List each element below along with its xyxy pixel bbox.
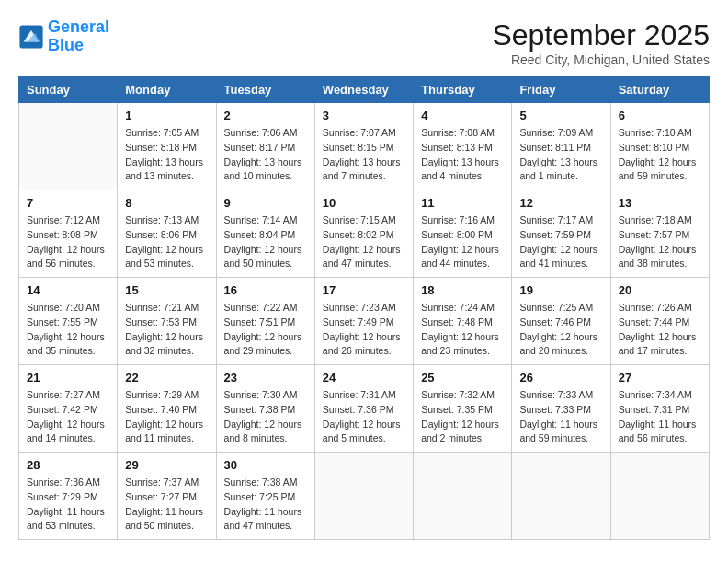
calendar-cell: 9Sunrise: 7:14 AM Sunset: 8:04 PM Daylig… bbox=[216, 190, 314, 278]
calendar-cell: 29Sunrise: 7:37 AM Sunset: 7:27 PM Dayli… bbox=[118, 453, 216, 540]
weekday-header: Saturday bbox=[610, 77, 709, 103]
calendar-cell: 30Sunrise: 7:38 AM Sunset: 7:25 PM Dayli… bbox=[216, 453, 314, 540]
day-number: 24 bbox=[323, 371, 405, 385]
logo: General Blue bbox=[18, 18, 109, 55]
day-number: 4 bbox=[421, 109, 504, 122]
calendar-cell: 6Sunrise: 7:10 AM Sunset: 8:10 PM Daylig… bbox=[610, 103, 709, 190]
day-number: 9 bbox=[224, 196, 307, 210]
calendar-cell bbox=[19, 103, 118, 190]
day-number: 10 bbox=[323, 196, 405, 210]
logo-icon bbox=[18, 24, 44, 50]
day-number: 21 bbox=[27, 371, 109, 385]
month-title: September 2025 bbox=[492, 18, 710, 52]
day-number: 2 bbox=[224, 109, 307, 122]
location: Reed City, Michigan, United States bbox=[492, 52, 710, 67]
day-info: Sunrise: 7:30 AM Sunset: 7:38 PM Dayligh… bbox=[224, 388, 307, 446]
calendar-cell: 7Sunrise: 7:12 AM Sunset: 8:08 PM Daylig… bbox=[19, 190, 118, 278]
day-info: Sunrise: 7:06 AM Sunset: 8:17 PM Dayligh… bbox=[224, 126, 307, 184]
calendar-cell: 20Sunrise: 7:26 AM Sunset: 7:44 PM Dayli… bbox=[610, 278, 709, 365]
day-number: 1 bbox=[125, 109, 208, 122]
day-info: Sunrise: 7:08 AM Sunset: 8:13 PM Dayligh… bbox=[421, 126, 504, 184]
calendar-cell bbox=[414, 453, 512, 540]
day-info: Sunrise: 7:20 AM Sunset: 7:55 PM Dayligh… bbox=[27, 301, 109, 359]
day-number: 18 bbox=[421, 283, 504, 297]
day-info: Sunrise: 7:21 AM Sunset: 7:53 PM Dayligh… bbox=[125, 301, 208, 359]
calendar-week-row: 1Sunrise: 7:05 AM Sunset: 8:18 PM Daylig… bbox=[19, 103, 710, 190]
day-number: 13 bbox=[619, 196, 701, 210]
page-header: General Blue September 2025 Reed City, M… bbox=[18, 18, 710, 67]
weekday-header: Friday bbox=[512, 77, 610, 103]
day-info: Sunrise: 7:07 AM Sunset: 8:15 PM Dayligh… bbox=[323, 126, 405, 184]
day-info: Sunrise: 7:12 AM Sunset: 8:08 PM Dayligh… bbox=[27, 213, 109, 271]
weekday-header: Thursday bbox=[414, 77, 512, 103]
calendar-cell: 14Sunrise: 7:20 AM Sunset: 7:55 PM Dayli… bbox=[19, 278, 118, 365]
day-number: 23 bbox=[224, 371, 307, 385]
calendar-cell: 15Sunrise: 7:21 AM Sunset: 7:53 PM Dayli… bbox=[118, 278, 216, 365]
calendar-cell: 27Sunrise: 7:34 AM Sunset: 7:31 PM Dayli… bbox=[610, 365, 709, 453]
calendar-cell bbox=[512, 453, 610, 540]
calendar-cell: 10Sunrise: 7:15 AM Sunset: 8:02 PM Dayli… bbox=[314, 190, 413, 278]
calendar-week-row: 21Sunrise: 7:27 AM Sunset: 7:42 PM Dayli… bbox=[19, 365, 710, 453]
calendar-cell: 22Sunrise: 7:29 AM Sunset: 7:40 PM Dayli… bbox=[118, 365, 216, 453]
day-info: Sunrise: 7:33 AM Sunset: 7:33 PM Dayligh… bbox=[519, 388, 602, 446]
day-number: 14 bbox=[27, 283, 109, 297]
calendar-cell: 2Sunrise: 7:06 AM Sunset: 8:17 PM Daylig… bbox=[216, 103, 314, 190]
day-info: Sunrise: 7:13 AM Sunset: 8:06 PM Dayligh… bbox=[125, 213, 208, 271]
calendar-cell: 18Sunrise: 7:24 AM Sunset: 7:48 PM Dayli… bbox=[414, 278, 512, 365]
calendar-cell: 1Sunrise: 7:05 AM Sunset: 8:18 PM Daylig… bbox=[118, 103, 216, 190]
calendar-cell: 11Sunrise: 7:16 AM Sunset: 8:00 PM Dayli… bbox=[414, 190, 512, 278]
day-info: Sunrise: 7:25 AM Sunset: 7:46 PM Dayligh… bbox=[519, 301, 602, 359]
day-info: Sunrise: 7:10 AM Sunset: 8:10 PM Dayligh… bbox=[619, 126, 701, 184]
day-info: Sunrise: 7:29 AM Sunset: 7:40 PM Dayligh… bbox=[125, 388, 208, 446]
day-info: Sunrise: 7:34 AM Sunset: 7:31 PM Dayligh… bbox=[619, 388, 701, 446]
day-info: Sunrise: 7:38 AM Sunset: 7:25 PM Dayligh… bbox=[224, 476, 307, 534]
day-info: Sunrise: 7:05 AM Sunset: 8:18 PM Dayligh… bbox=[125, 126, 208, 184]
day-number: 11 bbox=[421, 196, 504, 210]
calendar-cell: 23Sunrise: 7:30 AM Sunset: 7:38 PM Dayli… bbox=[216, 365, 314, 453]
calendar-cell: 21Sunrise: 7:27 AM Sunset: 7:42 PM Dayli… bbox=[19, 365, 118, 453]
day-number: 19 bbox=[519, 283, 602, 297]
day-number: 5 bbox=[519, 109, 602, 122]
calendar-cell: 19Sunrise: 7:25 AM Sunset: 7:46 PM Dayli… bbox=[512, 278, 610, 365]
day-info: Sunrise: 7:17 AM Sunset: 7:59 PM Dayligh… bbox=[519, 213, 602, 271]
day-number: 30 bbox=[224, 458, 307, 472]
day-number: 12 bbox=[519, 196, 602, 210]
calendar-header-row: SundayMondayTuesdayWednesdayThursdayFrid… bbox=[19, 77, 710, 103]
day-number: 25 bbox=[421, 371, 504, 385]
day-number: 16 bbox=[224, 283, 307, 297]
day-info: Sunrise: 7:27 AM Sunset: 7:42 PM Dayligh… bbox=[27, 388, 109, 446]
day-info: Sunrise: 7:37 AM Sunset: 7:27 PM Dayligh… bbox=[125, 476, 208, 534]
day-info: Sunrise: 7:15 AM Sunset: 8:02 PM Dayligh… bbox=[323, 213, 405, 271]
calendar-cell: 16Sunrise: 7:22 AM Sunset: 7:51 PM Dayli… bbox=[216, 278, 314, 365]
day-number: 15 bbox=[125, 283, 208, 297]
calendar-cell bbox=[610, 453, 709, 540]
day-number: 22 bbox=[125, 371, 208, 385]
day-info: Sunrise: 7:32 AM Sunset: 7:35 PM Dayligh… bbox=[421, 388, 504, 446]
calendar-cell: 26Sunrise: 7:33 AM Sunset: 7:33 PM Dayli… bbox=[512, 365, 610, 453]
logo-text: General Blue bbox=[48, 18, 109, 55]
day-number: 7 bbox=[27, 196, 109, 210]
weekday-header: Wednesday bbox=[314, 77, 413, 103]
calendar-table: SundayMondayTuesdayWednesdayThursdayFrid… bbox=[18, 76, 710, 540]
day-info: Sunrise: 7:22 AM Sunset: 7:51 PM Dayligh… bbox=[224, 301, 307, 359]
calendar-cell: 17Sunrise: 7:23 AM Sunset: 7:49 PM Dayli… bbox=[314, 278, 413, 365]
weekday-header: Monday bbox=[118, 77, 216, 103]
day-info: Sunrise: 7:31 AM Sunset: 7:36 PM Dayligh… bbox=[323, 388, 405, 446]
weekday-header: Sunday bbox=[19, 77, 118, 103]
day-number: 6 bbox=[619, 109, 701, 122]
day-number: 20 bbox=[619, 283, 701, 297]
weekday-header: Tuesday bbox=[216, 77, 314, 103]
day-info: Sunrise: 7:09 AM Sunset: 8:11 PM Dayligh… bbox=[519, 126, 602, 184]
calendar-cell: 25Sunrise: 7:32 AM Sunset: 7:35 PM Dayli… bbox=[414, 365, 512, 453]
calendar-week-row: 7Sunrise: 7:12 AM Sunset: 8:08 PM Daylig… bbox=[19, 190, 710, 278]
calendar-cell bbox=[314, 453, 413, 540]
day-number: 29 bbox=[125, 458, 208, 472]
calendar-cell: 24Sunrise: 7:31 AM Sunset: 7:36 PM Dayli… bbox=[314, 365, 413, 453]
day-number: 28 bbox=[27, 458, 109, 472]
calendar-cell: 8Sunrise: 7:13 AM Sunset: 8:06 PM Daylig… bbox=[118, 190, 216, 278]
calendar-cell: 5Sunrise: 7:09 AM Sunset: 8:11 PM Daylig… bbox=[512, 103, 610, 190]
calendar-cell: 3Sunrise: 7:07 AM Sunset: 8:15 PM Daylig… bbox=[314, 103, 413, 190]
calendar-cell: 13Sunrise: 7:18 AM Sunset: 7:57 PM Dayli… bbox=[610, 190, 709, 278]
calendar-cell: 28Sunrise: 7:36 AM Sunset: 7:29 PM Dayli… bbox=[19, 453, 118, 540]
calendar-cell: 12Sunrise: 7:17 AM Sunset: 7:59 PM Dayli… bbox=[512, 190, 610, 278]
